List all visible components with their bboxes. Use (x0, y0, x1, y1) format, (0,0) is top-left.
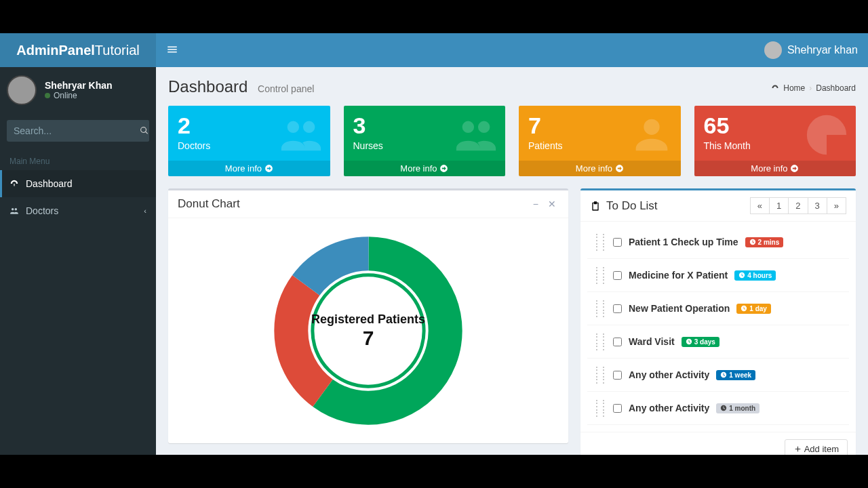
donut-center-value: 7 (363, 327, 374, 350)
sidebar-item-dashboard[interactable]: Dashboard (0, 170, 156, 197)
clock-icon (741, 305, 747, 312)
todo-item: ⋮⋮⋮⋮ Any other Activity 1 month (587, 392, 849, 425)
breadcrumb-home[interactable]: Home (783, 83, 805, 93)
donut-title: Donut Chart (178, 197, 240, 211)
sidebar-item-label: Doctors (26, 205, 58, 216)
todo-checkbox[interactable] (613, 404, 622, 413)
dashboard-icon (771, 84, 779, 92)
card-bg-icon (277, 110, 325, 164)
chevron-left-icon: ‹ (144, 207, 146, 215)
clock-icon (749, 239, 756, 245)
breadcrumb: Home › Dashboard (771, 83, 856, 93)
todo-checkbox[interactable] (613, 338, 622, 346)
page-link[interactable]: » (827, 197, 846, 214)
nav-user-name: Shehryar khan (787, 44, 858, 56)
page-link[interactable]: 2 (788, 197, 808, 214)
todo-text: Any other Activity (629, 369, 709, 380)
drag-handle-icon[interactable]: ⋮⋮⋮⋮ (593, 365, 606, 384)
avatar (764, 41, 782, 59)
clipboard-icon (590, 201, 601, 211)
close-button[interactable]: ✕ (545, 197, 559, 211)
todo-item: ⋮⋮⋮⋮ Any other Activity 1 week (587, 359, 849, 392)
stat-card: 7 Patients More info (519, 106, 681, 176)
plus-icon (793, 445, 802, 453)
todo-checkbox[interactable] (613, 304, 622, 313)
drag-handle-icon[interactable]: ⋮⋮⋮⋮ (593, 399, 606, 418)
todo-box: To Do List «123» ⋮⋮⋮⋮ Patient 1 Check up… (580, 188, 856, 455)
page-subtitle: Control panel (258, 83, 314, 94)
clock-icon (720, 405, 727, 411)
time-badge: 1 month (716, 403, 760, 413)
todo-checkbox[interactable] (613, 271, 622, 280)
todo-text: New Patient Operation (629, 303, 730, 314)
arrow-circle-right-icon (615, 164, 624, 173)
sidebar-user-status: Online (45, 91, 113, 100)
page-link[interactable]: 3 (808, 197, 827, 214)
menu-header: Main Menu (0, 148, 156, 170)
sidebar-item-doctors[interactable]: Doctors ‹ (0, 197, 156, 224)
clock-icon (686, 338, 692, 345)
add-item-button[interactable]: Add item (785, 439, 848, 455)
card-bg-icon (628, 110, 675, 164)
stat-card: 3 Nurses More info (344, 106, 506, 176)
avatar (7, 75, 37, 105)
todo-item: ⋮⋮⋮⋮ Patient 1 Check up Time 2 mins (587, 226, 849, 259)
page-link[interactable]: 1 (769, 197, 789, 214)
time-badge: 4 hours (734, 270, 776, 281)
drag-handle-icon[interactable]: ⋮⋮⋮⋮ (593, 266, 606, 285)
drag-handle-icon[interactable]: ⋮⋮⋮⋮ (593, 232, 606, 251)
donut-center-label: Registered Patients (311, 312, 425, 327)
todo-text: Any other Activity (629, 403, 709, 413)
drag-handle-icon[interactable]: ⋮⋮⋮⋮ (593, 332, 606, 351)
time-badge: 3 days (682, 337, 719, 347)
drag-handle-icon[interactable]: ⋮⋮⋮⋮ (593, 299, 606, 318)
sidebar-user-panel: Shehryar Khan Online (0, 67, 156, 113)
clock-icon (720, 371, 727, 378)
breadcrumb-current: Dashboard (816, 83, 856, 93)
donut-chart-box: Donut Chart − ✕ Registered Patients 7 (168, 188, 568, 443)
todo-item: ⋮⋮⋮⋮ Ward Visit 3 days (587, 325, 849, 359)
arrow-circle-right-icon (264, 164, 273, 173)
nav-user[interactable]: Shehryar khan (764, 41, 858, 59)
time-badge: 1 week (716, 370, 755, 380)
collapse-button[interactable]: − (530, 197, 541, 211)
search-input[interactable] (7, 120, 139, 142)
users-icon (9, 206, 19, 216)
page-link[interactable]: « (750, 197, 770, 214)
stat-card: 2 Doctors More info (168, 106, 330, 176)
card-bg-icon (803, 110, 850, 164)
todo-item: ⋮⋮⋮⋮ Medicine for X Patient 4 hours (587, 259, 849, 292)
dashboard-icon (9, 179, 19, 188)
arrow-circle-right-icon (790, 164, 799, 173)
todo-text: Medicine for X Patient (629, 270, 728, 281)
brand-logo[interactable]: AdminPanelTutorial (0, 33, 156, 67)
todo-checkbox[interactable] (613, 238, 622, 247)
sidebar-user-name: Shehryar Khan (45, 80, 113, 91)
card-bg-icon (452, 110, 500, 164)
online-dot-icon (45, 93, 50, 98)
brand-bold: AdminPanel (16, 43, 95, 58)
todo-title: To Do List (606, 199, 658, 213)
todo-checkbox[interactable] (613, 371, 622, 380)
brand-light: Tutorial (95, 43, 140, 58)
todo-item: ⋮⋮⋮⋮ New Patient Operation 1 day (587, 292, 849, 325)
todo-text: Ward Visit (629, 336, 675, 347)
time-badge: 1 day (736, 304, 771, 314)
todo-text: Patient 1 Check up Time (629, 237, 738, 247)
sidebar-item-label: Dashboard (26, 178, 73, 189)
search-button[interactable] (139, 120, 149, 142)
sidebar-search (7, 120, 149, 142)
time-badge: 2 mins (745, 237, 784, 247)
clock-icon (738, 272, 745, 279)
stat-card: 65 This Month More info (694, 106, 856, 176)
page-title: Dashboard Control panel (168, 77, 314, 96)
pagination: «123» (751, 197, 846, 214)
arrow-circle-right-icon (439, 164, 448, 173)
sidebar-toggle-icon[interactable] (166, 43, 178, 58)
